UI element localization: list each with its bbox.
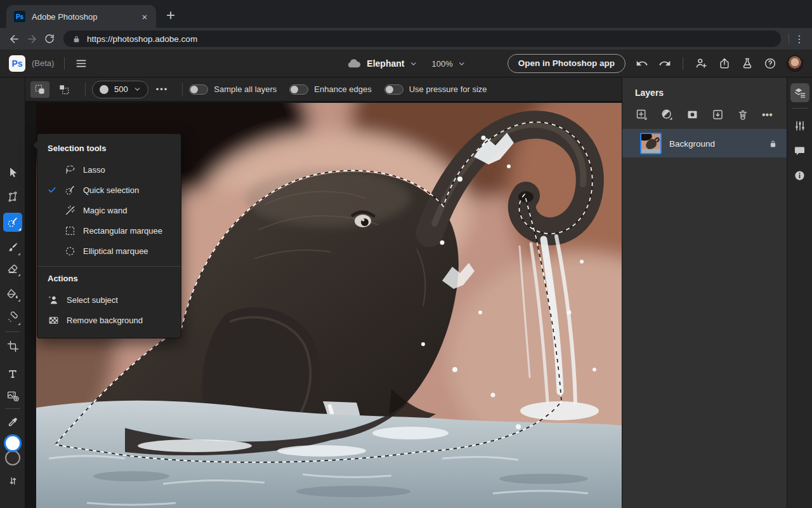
menu-item-label: Elliptical marquee — [83, 246, 148, 256]
beta-label: (Beta) — [32, 58, 54, 68]
adjustment-layer-icon[interactable] — [660, 108, 686, 121]
menu-item-elliptical-marquee[interactable]: Elliptical marquee — [37, 241, 181, 261]
tools-sidebar — [0, 77, 25, 508]
flask-icon[interactable] — [741, 57, 754, 70]
document-name[interactable]: Elephant — [367, 58, 404, 69]
header-divider — [683, 57, 683, 70]
share-icon[interactable] — [718, 57, 731, 70]
undo-icon[interactable] — [636, 57, 648, 70]
popup-divider — [37, 266, 181, 267]
zoom-chevron-down-icon[interactable] — [459, 60, 466, 67]
healing-brush-tool-icon[interactable] — [5, 310, 20, 325]
menu-item-rectangular-marquee[interactable]: Rectangular marquee — [37, 220, 181, 241]
subtract-from-selection-icon[interactable] — [55, 81, 74, 98]
foreground-color-swatch[interactable] — [4, 434, 22, 452]
add-layer-icon[interactable] — [635, 108, 660, 121]
layer-lock-icon[interactable] — [768, 139, 778, 149]
browser-tab[interactable]: Ps Adobe Photoshop × — [6, 5, 156, 28]
layer-mask-icon[interactable] — [686, 108, 711, 121]
sample-all-layers-toggle[interactable] — [189, 84, 208, 95]
brush-size-value: 500 — [114, 84, 128, 94]
menu-item-remove-background[interactable]: Remove background — [37, 310, 181, 330]
fill-tool-icon[interactable] — [5, 286, 20, 302]
add-to-selection-icon[interactable] — [30, 81, 49, 98]
enhance-edges-toggle-group: Enhance edges — [289, 84, 371, 95]
document-title-group: Elephant 100% — [346, 50, 465, 77]
menu-item-magic-wand[interactable]: Magic wand — [37, 200, 181, 220]
user-avatar[interactable] — [787, 55, 803, 72]
more-options-icon[interactable]: ••• — [156, 84, 169, 94]
help-icon[interactable] — [764, 57, 776, 70]
rail-properties-icon[interactable] — [790, 116, 809, 135]
ps-header: Ps (Beta) Elephant 100% Open in Photosho… — [0, 50, 812, 77]
zoom-level[interactable]: 100% — [431, 59, 452, 69]
layers-more-icon[interactable]: ••• — [762, 109, 773, 121]
menu-item-select-subject[interactable]: Select subject — [37, 290, 181, 310]
tool-options-bar: 500 ••• Sample all layers Enhance edges … — [25, 77, 622, 102]
delete-layer-icon[interactable] — [737, 109, 762, 121]
layers-panel-title: Layers — [622, 77, 787, 100]
tab-title: Adobe Photoshop — [32, 12, 132, 22]
toolbar-divider — [5, 408, 20, 409]
magic-wand-icon — [64, 204, 83, 217]
use-pressure-toggle[interactable] — [384, 84, 403, 95]
brush-tool-icon[interactable] — [5, 240, 20, 255]
menu-item-label: Magic wand — [83, 206, 127, 215]
enhance-edges-label: Enhance edges — [314, 84, 371, 94]
type-tool-icon[interactable] — [5, 366, 20, 382]
url-bar[interactable]: https://photoshop.adobe.com — [63, 30, 781, 47]
rectangular-marquee-icon — [64, 225, 83, 237]
layer-row-background[interactable]: Background — [622, 130, 787, 157]
eyedropper-tool-icon[interactable] — [5, 415, 20, 430]
menu-item-label: Lasso — [83, 165, 105, 175]
toggle-knob — [291, 86, 298, 93]
open-in-photoshop-app-button[interactable]: Open in Photoshop app — [508, 54, 625, 73]
menu-item-lasso[interactable]: Lasso — [37, 159, 181, 180]
quick-selection-icon — [64, 184, 83, 196]
ps-favicon: Ps — [14, 11, 25, 22]
place-image-tool-icon[interactable] — [5, 388, 20, 403]
rail-comments-icon[interactable] — [790, 141, 809, 160]
transform-tool-icon[interactable] — [5, 189, 20, 204]
invite-person-icon[interactable] — [695, 57, 708, 70]
lasso-icon — [64, 164, 83, 176]
layers-panel: Layers ••• — [622, 77, 787, 508]
rail-divider — [792, 108, 808, 109]
menu-item-label: Quick selection — [83, 185, 139, 195]
background-color-swatch[interactable] — [5, 450, 20, 465]
select-subject-icon — [48, 294, 67, 306]
options-divider — [182, 83, 183, 97]
hamburger-menu-icon[interactable] — [75, 57, 88, 70]
header-divider — [64, 57, 65, 70]
sample-all-layers-label: Sample all layers — [214, 84, 277, 94]
move-tool-icon[interactable] — [5, 164, 20, 180]
brush-chevron-down-icon — [134, 86, 141, 93]
ps-logo: Ps — [9, 55, 25, 72]
forward-icon[interactable] — [23, 30, 41, 48]
eraser-tool-icon[interactable] — [5, 261, 20, 276]
brush-size-dropdown[interactable]: 500 — [92, 81, 148, 98]
screen: Ps Adobe Photoshop × + https://photoshop… — [0, 0, 812, 508]
layer-thumbnail[interactable] — [640, 133, 662, 154]
header-actions: Open in Photoshop app — [508, 54, 803, 73]
doc-chevron-down-icon[interactable] — [410, 60, 417, 67]
enhance-edges-toggle[interactable] — [289, 84, 308, 95]
rail-layers-icon[interactable] — [790, 83, 809, 102]
tab-close-icon[interactable]: × — [138, 10, 151, 23]
menu-item-quick-selection[interactable]: Quick selection — [37, 180, 181, 200]
move-into-frame-icon[interactable] — [711, 108, 737, 121]
back-icon[interactable] — [5, 30, 23, 48]
swap-colors-icon[interactable] — [5, 473, 20, 488]
quick-selection-tool-icon[interactable] — [3, 213, 22, 232]
new-tab-button[interactable]: + — [166, 8, 175, 23]
redo-icon[interactable] — [658, 57, 671, 70]
options-divider — [85, 83, 86, 97]
cloud-icon — [346, 57, 361, 71]
browser-menu-icon[interactable]: ⋮ — [792, 31, 807, 46]
reload-icon[interactable] — [41, 30, 58, 48]
rail-info-icon[interactable] — [790, 166, 809, 185]
use-pressure-label: Use pressure for size — [409, 84, 487, 94]
actions-title: Actions — [37, 272, 181, 290]
crop-tool-icon[interactable] — [5, 338, 20, 354]
remove-background-icon — [48, 314, 67, 326]
